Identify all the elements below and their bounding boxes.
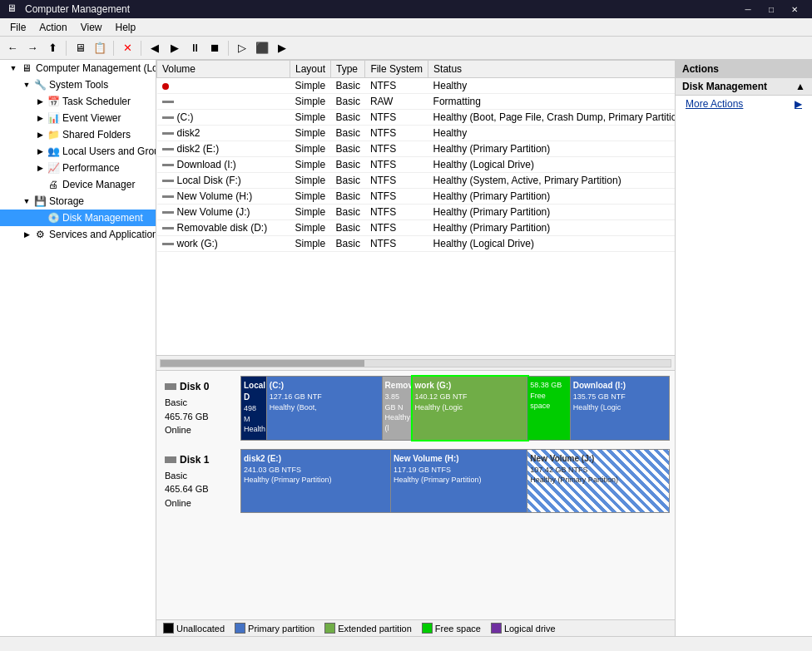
devmgr-label: Device Manager <box>62 179 135 190</box>
cell-filesystem: RAW <box>365 94 428 110</box>
toolbar-sep1 <box>66 41 67 56</box>
cell-layout: Simple <box>290 126 331 141</box>
disk-segment[interactable]: 58.38 GBFree space <box>527 377 570 440</box>
minimize-button[interactable]: ─ <box>737 2 759 17</box>
maximize-button[interactable]: □ <box>760 2 782 17</box>
tree-event-viewer[interactable]: ▶ 📊 Event Viewer <box>0 110 156 126</box>
disk-segment[interactable]: disk2 (E:)241.03 GB NTFSHealthy (Primary… <box>241 450 391 513</box>
actions-header: Actions <box>676 60 812 78</box>
cell-layout: Simple <box>290 220 331 236</box>
table-row[interactable]: (C:) Simple Basic NTFS Healthy (Boot, Pa… <box>157 110 676 126</box>
toolbar-btn6[interactable]: ▶ <box>166 39 184 57</box>
actions-section-diskmgmt[interactable]: Disk Management ▲ <box>676 78 812 96</box>
table-hscroll[interactable] <box>156 355 675 370</box>
expand-icon[interactable]: ▼ <box>7 64 20 72</box>
col-type[interactable]: Type <box>331 61 365 78</box>
disk-segment[interactable]: Remova3.85 GB NHealthy (l <box>383 377 413 440</box>
table-row[interactable]: disk2 Simple Basic NTFS Healthy <box>157 126 676 141</box>
table-row[interactable]: Local Disk (F:) Simple Basic NTFS Health… <box>157 173 676 189</box>
tree-device-manager[interactable]: 🖨 Device Manager <box>0 176 156 193</box>
hscroll-track[interactable] <box>160 359 671 367</box>
table-row[interactable]: New Volume (H:) Simple Basic NTFS Health… <box>157 189 676 205</box>
toolbar-sep4 <box>228 41 229 56</box>
col-layout[interactable]: Layout <box>290 61 331 78</box>
table-row[interactable]: New Volume (J:) Simple Basic NTFS Health… <box>157 205 676 220</box>
toolbar-btn8[interactable]: ⏹ <box>205 39 224 57</box>
menu-view[interactable]: View <box>74 20 109 35</box>
tree-storage[interactable]: ▼ 💾 Storage <box>0 193 156 210</box>
legend-bar: Unallocated Primary partition Extended p… <box>156 619 675 636</box>
tree-system-tools[interactable]: ▼ 🔧 System Tools <box>0 76 156 93</box>
menu-help[interactable]: Help <box>109 20 143 35</box>
cell-layout: Simple <box>290 94 331 110</box>
toolbar-show-hide[interactable]: 🖥 <box>71 39 89 57</box>
expand-icon[interactable]: ▼ <box>20 81 33 89</box>
expand-icon[interactable]: ▶ <box>33 131 47 139</box>
actions-more[interactable]: More Actions ▶ <box>676 96 812 112</box>
expand-icon[interactable]: ▶ <box>33 114 47 122</box>
table-row[interactable]: Simple Basic NTFS Healthy <box>157 78 676 94</box>
expand-icon[interactable]: ▶ <box>33 164 47 172</box>
disk-segment[interactable]: work (G:)140.12 GB NTFHealthy (Logic <box>413 377 528 440</box>
toolbar-forward[interactable]: → <box>23 39 42 57</box>
table-row[interactable]: work (G:) Simple Basic NTFS Healthy (Log… <box>157 236 676 252</box>
expand-icon[interactable]: ▶ <box>33 147 47 155</box>
disk-segment[interactable]: Local D498 MHealth <box>241 377 267 440</box>
toolbar-btn5[interactable]: ◀ <box>146 39 164 57</box>
toolbar-btn10[interactable]: ⬛ <box>253 39 271 57</box>
toolbar-btn9[interactable]: ▷ <box>233 39 251 57</box>
disk0-icon: Disk 0 <box>165 379 237 394</box>
tree-local-users[interactable]: ▶ 👥 Local Users and Groups <box>0 143 156 160</box>
status-bar <box>0 636 812 651</box>
tree-services-apps[interactable]: ▶ ⚙ Services and Applications <box>0 226 156 243</box>
disk-segment[interactable]: (C:)127.16 GB NTFHealthy (Boot, <box>267 377 383 440</box>
legend-logical-box <box>491 623 502 634</box>
disk-segment[interactable]: New Volume (H:)117.19 GB NTFSHealthy (Pr… <box>391 450 527 513</box>
diskmgmt-icon: 💿 <box>47 211 60 224</box>
disk-segment[interactable]: Download (I:)135.75 GB NTFHealthy (Logic <box>571 377 669 440</box>
table-row[interactable]: Simple Basic RAW Formatting <box>157 94 676 110</box>
legend-extended-label: Extended partition <box>338 624 412 634</box>
menu-action[interactable]: Action <box>32 20 73 35</box>
col-volume[interactable]: Volume <box>157 61 290 78</box>
toolbar-btn11[interactable]: ▶ <box>273 39 291 57</box>
expand-icon[interactable]: ▼ <box>20 197 33 205</box>
legend-freespace-box <box>422 623 433 634</box>
col-status[interactable]: Status <box>428 61 675 78</box>
toolbar-up[interactable]: ⬆ <box>43 39 62 57</box>
table-row[interactable]: Download (I:) Simple Basic NTFS Healthy … <box>157 157 676 173</box>
toolbar-stop[interactable]: ✕ <box>118 39 136 57</box>
cell-status: Healthy (Boot, Page File, Crash Dump, Pr… <box>428 110 675 126</box>
diskmgmt-label: Disk Management <box>62 212 143 224</box>
menu-file[interactable]: File <box>3 20 32 35</box>
expand-icon[interactable]: ▶ <box>20 230 33 239</box>
expand-icon[interactable]: ▶ <box>33 97 47 106</box>
menu-bar: File Action View Help <box>0 18 812 37</box>
cell-layout: Simple <box>290 157 331 173</box>
toolbar-btn7[interactable]: ⏸ <box>186 39 204 57</box>
storage-icon: 💾 <box>33 195 47 208</box>
tree-shared-folders[interactable]: ▶ 📁 Shared Folders <box>0 126 156 143</box>
cell-type: Basic <box>331 110 365 126</box>
table-row[interactable]: disk2 (E:) Simple Basic NTFS Healthy (Pr… <box>157 141 676 157</box>
table-row[interactable]: Removable disk (D:) Simple Basic NTFS He… <box>157 220 676 236</box>
disk0-row: Disk 0 Basic 465.76 GB Online Local D498… <box>161 376 670 441</box>
cell-status: Healthy (Primary Partition) <box>428 205 675 220</box>
close-button[interactable]: ✕ <box>784 2 805 17</box>
cell-volume: Local Disk (F:) <box>157 173 290 189</box>
toolbar-back[interactable]: ← <box>3 39 22 57</box>
toolbar-properties[interactable]: 📋 <box>91 39 109 57</box>
cell-status: Healthy (Logical Drive) <box>428 157 675 173</box>
col-filesystem[interactable]: File System <box>365 61 428 78</box>
disk-segment[interactable]: New Volume (J:)107.42 GB NTFSHealthy (Pr… <box>527 450 669 513</box>
volumes-table-area[interactable]: Volume Layout Type File System Status Si… <box>156 60 675 355</box>
tree-computer-management[interactable]: ▼ 🖥 Computer Management (Loca <box>0 60 156 76</box>
cell-status: Healthy <box>428 78 675 94</box>
cell-filesystem: NTFS <box>365 173 428 189</box>
svcapp-icon: ⚙ <box>33 228 47 241</box>
hscroll-thumb[interactable] <box>161 360 364 367</box>
eventview-icon: 📊 <box>47 111 60 125</box>
tree-disk-management[interactable]: 💿 Disk Management <box>0 210 156 226</box>
tree-task-scheduler[interactable]: ▶ 📅 Task Scheduler <box>0 93 156 110</box>
tree-performance[interactable]: ▶ 📈 Performance <box>0 160 156 176</box>
